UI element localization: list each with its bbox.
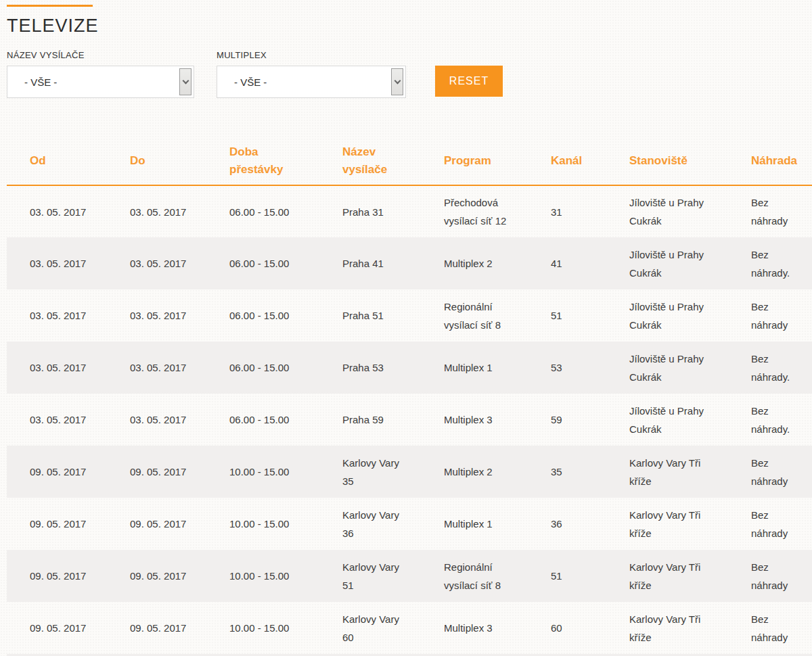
cell-od: 03. 05. 2017 [7, 342, 107, 394]
cell-nahrada: Bez náhrady. [728, 342, 812, 394]
column-header-od: Od [7, 137, 107, 185]
cell-do: 09. 05. 2017 [107, 446, 206, 498]
table-row: 09. 05. 201709. 05. 201710.00 - 15.00Kar… [7, 498, 812, 550]
cell-nazev: Praha 51 [319, 289, 421, 342]
cell-nazev: Praha 31 [319, 185, 421, 237]
column-header-doba: Doba přestávky [206, 137, 319, 185]
cell-doba: 10.00 - 15.00 [206, 446, 319, 498]
cell-doba: 06.00 - 15.00 [206, 289, 319, 342]
cell-doba: 06.00 - 15.00 [206, 394, 319, 446]
cell-kanal: 31 [528, 185, 606, 237]
accent-line [7, 5, 93, 7]
cell-program: Regionální vysílací síť 8 [421, 550, 528, 602]
cell-do: 03. 05. 2017 [107, 185, 206, 237]
cell-od: 09. 05. 2017 [7, 602, 107, 654]
cell-stanoviste: Karlovy Vary Tři kříže [606, 446, 728, 498]
table-row: 03. 05. 201703. 05. 201706.00 - 15.00Pra… [7, 185, 812, 237]
page-content: TELEVIZE NÁZEV VYSÍLAČE - VŠE - MULTIPLE… [7, 5, 812, 656]
cell-od: 09. 05. 2017 [7, 550, 107, 602]
cell-program: Multiplex 1 [421, 498, 528, 550]
table-row: 09. 05. 201709. 05. 201710.00 - 15.00Kar… [7, 602, 812, 654]
cell-nazev: Praha 41 [319, 237, 421, 289]
table-row: 03. 05. 201703. 05. 201706.00 - 15.00Pra… [7, 237, 812, 289]
page-title: TELEVIZE [7, 15, 812, 37]
cell-nazev: Praha 59 [319, 394, 421, 446]
cell-kanal: 51 [528, 550, 606, 602]
cell-stanoviste: Jíloviště u Prahy Cukrák [606, 185, 728, 237]
transmitter-select-arrow-button[interactable] [179, 68, 191, 95]
cell-nazev: Karlovy Vary 51 [319, 550, 421, 602]
cell-nahrada: Bez náhrady. [728, 394, 812, 446]
cell-kanal: 36 [528, 498, 606, 550]
column-header-do: Do [107, 137, 206, 185]
cell-program: Multiplex 3 [421, 394, 528, 446]
column-header-nazev: Název vysílače [319, 137, 421, 185]
cell-program: Multiplex 1 [421, 342, 528, 394]
cell-doba: 10.00 - 15.00 [206, 602, 319, 654]
table-header-row: OdDoDoba přestávkyNázev vysílačeProgramK… [7, 137, 812, 185]
cell-kanal: 41 [528, 237, 606, 289]
cell-doba: 06.00 - 15.00 [206, 185, 319, 237]
column-header-program: Program [421, 137, 528, 185]
reset-button[interactable]: RESET [435, 66, 503, 97]
cell-program: Regionální vysílací síť 8 [421, 289, 528, 342]
multiplex-filter-group: MULTIPLEX - VŠE - [217, 50, 406, 98]
table-row: 09. 05. 201709. 05. 201710.00 - 15.00Kar… [7, 446, 812, 498]
multiplex-select[interactable]: - VŠE - [217, 66, 406, 98]
cell-kanal: 60 [528, 602, 606, 654]
column-header-stanoviste: Stanoviště [606, 137, 728, 185]
cell-od: 03. 05. 2017 [7, 185, 107, 237]
cell-do: 03. 05. 2017 [107, 289, 206, 342]
cell-stanoviste: Jíloviště u Prahy Cukrák [606, 342, 728, 394]
cell-nahrada: Bez náhrady [728, 185, 812, 237]
cell-program: Přechodová vysílací síť 12 [421, 185, 528, 237]
cell-nahrada: Bez náhrady [728, 446, 812, 498]
cell-od: 03. 05. 2017 [7, 237, 107, 289]
chevron-down-icon [182, 77, 189, 84]
cell-stanoviste: Jíloviště u Prahy Cukrák [606, 394, 728, 446]
table-header: OdDoDoba přestávkyNázev vysílačeProgramK… [7, 137, 812, 185]
transmitter-select[interactable]: - VŠE - [7, 66, 194, 98]
table-row: 09. 05. 201709. 05. 201710.00 - 15.00Kar… [7, 550, 812, 602]
cell-do: 09. 05. 2017 [107, 498, 206, 550]
column-header-nahrada: Náhrada [728, 137, 812, 185]
multiplex-select-arrow-button[interactable] [391, 68, 403, 95]
cell-do: 03. 05. 2017 [107, 237, 206, 289]
cell-nazev: Karlovy Vary 60 [319, 602, 421, 654]
cell-nahrada: Bez náhrady [728, 498, 812, 550]
cell-doba: 10.00 - 15.00 [206, 498, 319, 550]
column-header-kanal: Kanál [528, 137, 606, 185]
transmitter-select-value: - VŠE - [7, 76, 57, 88]
cell-do: 09. 05. 2017 [107, 550, 206, 602]
cell-nazev: Karlovy Vary 36 [319, 498, 421, 550]
cell-kanal: 35 [528, 446, 606, 498]
cell-stanoviste: Karlovy Vary Tři kříže [606, 498, 728, 550]
filter-bar: NÁZEV VYSÍLAČE - VŠE - MULTIPLEX - VŠE -… [7, 50, 812, 98]
cell-stanoviste: Karlovy Vary Tři kříže [606, 550, 728, 602]
cell-od: 09. 05. 2017 [7, 446, 107, 498]
table-body: 03. 05. 201703. 05. 201706.00 - 15.00Pra… [7, 185, 812, 656]
chevron-down-icon [394, 77, 401, 84]
transmitter-filter-label: NÁZEV VYSÍLAČE [7, 50, 194, 60]
transmitter-filter-group: NÁZEV VYSÍLAČE - VŠE - [7, 50, 194, 98]
cell-kanal: 51 [528, 289, 606, 342]
outages-table: OdDoDoba přestávkyNázev vysílačeProgramK… [7, 137, 812, 656]
cell-stanoviste: Karlovy Vary Tři kříže [606, 602, 728, 654]
cell-program: Multiplex 2 [421, 237, 528, 289]
cell-nahrada: Bez náhrady [728, 550, 812, 602]
cell-do: 09. 05. 2017 [107, 602, 206, 654]
cell-od: 03. 05. 2017 [7, 394, 107, 446]
cell-od: 03. 05. 2017 [7, 289, 107, 342]
cell-nazev: Praha 53 [319, 342, 421, 394]
cell-kanal: 53 [528, 342, 606, 394]
multiplex-filter-label: MULTIPLEX [217, 50, 406, 60]
cell-nahrada: Bez náhrady [728, 602, 812, 654]
table-row: 03. 05. 201703. 05. 201706.00 - 15.00Pra… [7, 394, 812, 446]
cell-doba: 10.00 - 15.00 [206, 550, 319, 602]
cell-nahrada: Bez náhrady [728, 289, 812, 342]
cell-do: 03. 05. 2017 [107, 394, 206, 446]
cell-stanoviste: Jíloviště u Prahy Cukrák [606, 289, 728, 342]
cell-nazev: Karlovy Vary 35 [319, 446, 421, 498]
cell-program: Multiplex 2 [421, 446, 528, 498]
cell-doba: 06.00 - 15.00 [206, 342, 319, 394]
